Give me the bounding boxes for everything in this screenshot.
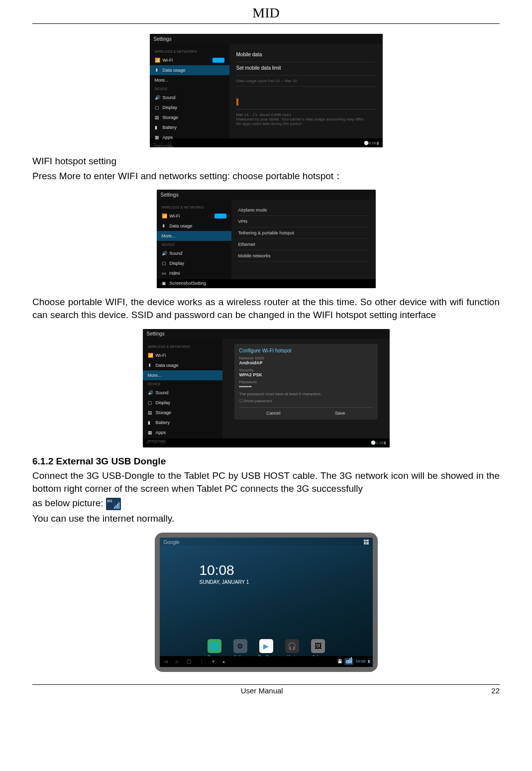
- clock-icon: 🕐: [371, 441, 376, 445]
- password-input[interactable]: ••••••••: [239, 384, 373, 389]
- gallery-icon: 🖼: [315, 642, 321, 650]
- headphones-icon: 🎧: [288, 642, 296, 650]
- battery-status-icon: ▮: [368, 659, 370, 663]
- sdcard-icon: 💾: [337, 659, 342, 663]
- sidebar-item-display[interactable]: ▢Display: [150, 103, 229, 112]
- apps-icon: ▦: [148, 430, 153, 435]
- recents-icon[interactable]: ▢: [161, 441, 165, 445]
- sidebar-item-data-usage[interactable]: ⬍Data usage: [150, 65, 229, 75]
- app-music[interactable]: 🎧Music: [285, 639, 299, 653]
- app-browser[interactable]: 🌐Browser: [208, 639, 221, 653]
- data-usage-icon: ⬍: [162, 223, 167, 228]
- chart-bar: [236, 99, 238, 106]
- screenshot-1-wrapper: Settings WIRELESS & NETWORKS 📶Wi-Fi ⬍Dat…: [32, 34, 500, 147]
- app-play-store[interactable]: ▶Play Store: [259, 639, 273, 653]
- heading-3g-dongle: 6.1.2 External 3G USB Dongle: [32, 455, 500, 468]
- display-icon: ▢: [148, 400, 153, 405]
- 3g-signal-icon: [106, 498, 121, 510]
- battery-icon: ▮: [155, 125, 160, 130]
- 3g-signal-icon: [344, 658, 353, 665]
- row-mobile-networks[interactable]: Mobile networks: [238, 250, 369, 262]
- data-usage-icon: ⬍: [155, 68, 160, 73]
- screenshot-data-usage: Settings WIRELESS & NETWORKS 📶Wi-Fi ⬍Dat…: [150, 34, 383, 147]
- screenshot-more-settings: Settings WIRELESS & NETWORKS 📶Wi-Fi ⬍Dat…: [157, 190, 376, 288]
- settings-title: Settings: [154, 36, 172, 42]
- screenshot-configure-hotspot: Settings WIRELESS & NETWORKS 📶Wi-Fi ⬍Dat…: [143, 329, 390, 447]
- gear-icon: ⚙: [237, 642, 243, 650]
- page-footer: User Manual 22: [32, 685, 500, 695]
- footer-page-number: 22: [491, 686, 500, 695]
- sidebar-item-hdmi[interactable]: ▭Hdmi: [157, 268, 231, 278]
- sidebar-item-storage[interactable]: ▤Storage: [150, 112, 229, 122]
- sidebar-item-sound[interactable]: 🔊Sound: [150, 93, 229, 103]
- sound-icon: 🔊: [155, 95, 160, 100]
- home-icon[interactable]: ⌂: [154, 441, 156, 445]
- paragraph-use-internet: You can use the internet normally.: [32, 512, 500, 525]
- row-tethering[interactable]: Tethering & portable hotspot: [238, 227, 369, 239]
- header-rule: [32, 23, 500, 24]
- security-select[interactable]: WPA2 PSK: [239, 372, 373, 377]
- display-icon: ▢: [162, 261, 167, 266]
- paragraph-3g-icon-line: as below picture:: [32, 497, 500, 510]
- sound-icon: 🔊: [162, 251, 167, 256]
- paragraph-wifi-hotspot-title: WIFI hotspot setting: [32, 155, 500, 168]
- show-password-checkbox[interactable]: ☐: [239, 399, 244, 403]
- recents-icon[interactable]: ▢: [187, 659, 191, 664]
- apps-grid-icon[interactable]: [364, 540, 369, 545]
- play-icon: ▶: [263, 642, 269, 650]
- clock-icon: 🕗: [364, 141, 369, 145]
- back-icon[interactable]: ◅: [164, 659, 168, 664]
- battery-status-icon: ▮: [384, 441, 386, 445]
- paragraph-3g-connect: Connect the 3G USB-Dongle to the Tablet …: [32, 469, 500, 495]
- home-clock-widget[interactable]: 10:08 SUNDAY, JANUARY 1: [200, 562, 249, 585]
- home-icon[interactable]: ⌂: [176, 659, 179, 664]
- data-usage-icon: ⬍: [148, 363, 153, 368]
- screenshot-4-wrapper: Google 10:08 SUNDAY, JANUARY 1 🌐Browser …: [32, 533, 500, 672]
- hdmi-icon: ▭: [162, 271, 167, 276]
- sidebar-item-sound[interactable]: 🔊Sound: [157, 248, 231, 258]
- paragraph-choose-portable-wifi: Choose portable WIFI, the device works a…: [32, 296, 500, 321]
- sidebar-item-data-usage[interactable]: ⬍Data usage: [157, 221, 231, 231]
- tablet-bezel: Google 10:08 SUNDAY, JANUARY 1 🌐Browser …: [155, 533, 378, 672]
- recents-icon[interactable]: ▢: [175, 282, 179, 286]
- sidebar-item-display[interactable]: ▢Display: [157, 258, 231, 268]
- wifi-toggle[interactable]: [214, 214, 226, 219]
- screenshot-home-screen: Google 10:08 SUNDAY, JANUARY 1 🌐Browser …: [160, 538, 373, 667]
- page-header-title: MID: [32, 5, 500, 23]
- app-settings[interactable]: ⚙Settings: [233, 639, 247, 653]
- save-button[interactable]: Save: [335, 411, 345, 416]
- globe-icon: 🌐: [210, 642, 218, 650]
- screenshot-3-wrapper: Settings WIRELESS & NETWORKS 📶Wi-Fi ⬍Dat…: [32, 329, 500, 447]
- ssid-input[interactable]: AndroidAP: [239, 360, 373, 365]
- settings-main: Mobile data Set mobile data limit Data u…: [229, 44, 383, 138]
- home-icon[interactable]: ⌂: [161, 141, 163, 145]
- row-ethernet[interactable]: Ethernet: [238, 239, 369, 250]
- sound-icon: 🔊: [148, 390, 153, 395]
- row-vpn[interactable]: VPN: [238, 216, 369, 227]
- system-navbar: ◅ ⌂ ▢ ⋮ ▾ ▴ 💾 10:08 ▮: [160, 656, 373, 667]
- wifi-icon: 📶: [155, 58, 160, 63]
- configure-hotspot-dialog: Configure Wi-Fi hotspot Network SSID And…: [234, 344, 378, 420]
- volume-down-icon[interactable]: ▾: [212, 659, 214, 664]
- menu-icon[interactable]: ⋮: [199, 659, 204, 664]
- wifi-icon: 📶: [162, 214, 167, 219]
- sidebar-item-wifi[interactable]: 📶Wi-Fi: [150, 55, 229, 65]
- home-icon[interactable]: ⌂: [168, 282, 170, 286]
- sidebar-item-battery[interactable]: ▮Battery: [150, 122, 229, 132]
- wifi-icon: 📶: [148, 353, 153, 358]
- wifi-toggle[interactable]: [213, 58, 224, 63]
- google-search[interactable]: Google: [164, 540, 180, 545]
- sidebar-item-wifi[interactable]: 📶Wi-Fi: [157, 211, 231, 221]
- sidebar-item-more[interactable]: More...: [157, 231, 231, 241]
- recents-icon[interactable]: ▢: [168, 141, 172, 145]
- screenshot-2-wrapper: Settings WIRELESS & NETWORKS 📶Wi-Fi ⬍Dat…: [32, 190, 500, 288]
- back-icon[interactable]: ◅: [153, 141, 156, 145]
- battery-status-icon: ▮: [377, 141, 379, 145]
- app-gallery[interactable]: 🖼Gallery: [311, 639, 325, 653]
- back-icon[interactable]: ◅: [160, 282, 163, 286]
- cancel-button[interactable]: Cancel: [266, 411, 280, 416]
- back-icon[interactable]: ◅: [146, 441, 149, 445]
- volume-up-icon[interactable]: ▴: [222, 659, 225, 664]
- row-airplane-mode[interactable]: Airplane mode: [238, 205, 369, 216]
- sidebar-item-more[interactable]: More...: [150, 75, 229, 85]
